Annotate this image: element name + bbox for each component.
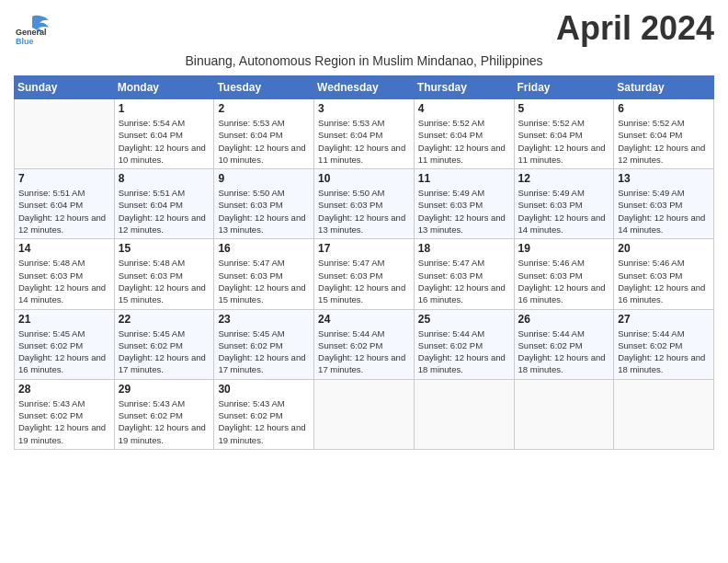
table-row: 7Sunrise: 5:51 AMSunset: 6:04 PMDaylight… [15,169,115,239]
day-number: 24 [318,313,410,326]
table-row: 5Sunrise: 5:52 AMSunset: 6:04 PMDaylight… [514,99,614,169]
calendar-week-row: 28Sunrise: 5:43 AMSunset: 6:02 PMDayligh… [15,379,714,449]
day-info: Sunrise: 5:44 AMSunset: 6:02 PMDaylight:… [618,327,710,376]
day-info: Sunrise: 5:44 AMSunset: 6:02 PMDaylight:… [418,327,510,376]
svg-text:General: General [16,28,47,37]
day-info: Sunrise: 5:53 AMSunset: 6:04 PMDaylight:… [218,117,310,166]
day-number: 3 [318,102,410,115]
day-info: Sunrise: 5:50 AMSunset: 6:03 PMDaylight:… [318,187,410,236]
day-info: Sunrise: 5:47 AMSunset: 6:03 PMDaylight:… [318,257,410,305]
subtitle: Binuang, Autonomous Region in Muslim Min… [14,53,714,68]
day-number: 6 [618,102,710,115]
day-info: Sunrise: 5:43 AMSunset: 6:02 PMDaylight:… [18,397,110,446]
day-info: Sunrise: 5:46 AMSunset: 6:03 PMDaylight:… [518,257,610,305]
col-sunday: Sunday [15,76,115,99]
day-info: Sunrise: 5:44 AMSunset: 6:02 PMDaylight:… [318,327,410,376]
day-number: 21 [18,313,110,326]
table-row: 1Sunrise: 5:54 AMSunset: 6:04 PMDaylight… [114,99,214,169]
day-number: 17 [318,242,410,255]
table-row: 4Sunrise: 5:52 AMSunset: 6:04 PMDaylight… [414,99,514,169]
day-info: Sunrise: 5:43 AMSunset: 6:02 PMDaylight:… [218,397,310,446]
table-row: 3Sunrise: 5:53 AMSunset: 6:04 PMDaylight… [314,99,415,169]
day-info: Sunrise: 5:52 AMSunset: 6:04 PMDaylight:… [418,117,510,166]
table-row [614,379,714,449]
day-info: Sunrise: 5:51 AMSunset: 6:04 PMDaylight:… [18,187,110,236]
col-tuesday: Tuesday [214,76,314,99]
table-row: 8Sunrise: 5:51 AMSunset: 6:04 PMDaylight… [114,169,214,239]
calendar-week-row: 7Sunrise: 5:51 AMSunset: 6:04 PMDaylight… [15,169,714,239]
day-number: 26 [518,313,610,326]
day-info: Sunrise: 5:49 AMSunset: 6:03 PMDaylight:… [518,187,610,236]
day-number: 18 [418,242,510,255]
day-number: 23 [218,313,310,326]
day-info: Sunrise: 5:45 AMSunset: 6:02 PMDaylight:… [18,327,110,376]
table-row: 13Sunrise: 5:49 AMSunset: 6:03 PMDayligh… [614,169,714,239]
table-row [15,99,115,169]
day-number: 19 [518,242,610,255]
table-row: 11Sunrise: 5:49 AMSunset: 6:03 PMDayligh… [414,169,514,239]
day-info: Sunrise: 5:45 AMSunset: 6:02 PMDaylight:… [218,327,310,376]
day-info: Sunrise: 5:44 AMSunset: 6:02 PMDaylight:… [518,327,610,376]
table-row: 16Sunrise: 5:47 AMSunset: 6:03 PMDayligh… [214,239,314,309]
table-row: 14Sunrise: 5:48 AMSunset: 6:03 PMDayligh… [15,239,115,309]
day-info: Sunrise: 5:48 AMSunset: 6:03 PMDaylight:… [18,257,110,305]
table-row: 12Sunrise: 5:49 AMSunset: 6:03 PMDayligh… [514,169,614,239]
table-row: 26Sunrise: 5:44 AMSunset: 6:02 PMDayligh… [514,309,614,379]
table-row: 6Sunrise: 5:52 AMSunset: 6:04 PMDaylight… [614,99,714,169]
col-saturday: Saturday [614,76,714,99]
table-row: 20Sunrise: 5:46 AMSunset: 6:03 PMDayligh… [614,239,714,309]
table-row: 30Sunrise: 5:43 AMSunset: 6:02 PMDayligh… [214,379,314,449]
calendar-header-row: Sunday Monday Tuesday Wednesday Thursday… [15,76,714,99]
calendar-week-row: 21Sunrise: 5:45 AMSunset: 6:02 PMDayligh… [15,309,714,379]
month-title: April 2024 [556,9,714,48]
logo-icon: General Blue [14,9,51,50]
day-info: Sunrise: 5:45 AMSunset: 6:02 PMDaylight:… [119,327,210,376]
day-info: Sunrise: 5:50 AMSunset: 6:03 PMDaylight:… [218,187,310,236]
col-wednesday: Wednesday [314,76,415,99]
day-number: 7 [18,172,110,185]
table-row: 9Sunrise: 5:50 AMSunset: 6:03 PMDaylight… [214,169,314,239]
day-info: Sunrise: 5:53 AMSunset: 6:04 PMDaylight:… [318,117,410,166]
svg-text:Blue: Blue [16,37,34,46]
day-info: Sunrise: 5:52 AMSunset: 6:04 PMDaylight:… [618,117,710,166]
day-info: Sunrise: 5:43 AMSunset: 6:02 PMDaylight:… [119,397,210,446]
day-number: 15 [119,242,210,255]
day-number: 25 [418,313,510,326]
day-number: 30 [218,383,310,396]
day-info: Sunrise: 5:47 AMSunset: 6:03 PMDaylight:… [418,257,510,305]
day-number: 1 [119,102,210,115]
table-row: 2Sunrise: 5:53 AMSunset: 6:04 PMDaylight… [214,99,314,169]
table-row: 23Sunrise: 5:45 AMSunset: 6:02 PMDayligh… [214,309,314,379]
day-info: Sunrise: 5:49 AMSunset: 6:03 PMDaylight:… [418,187,510,236]
table-row [414,379,514,449]
table-row: 27Sunrise: 5:44 AMSunset: 6:02 PMDayligh… [614,309,714,379]
day-info: Sunrise: 5:51 AMSunset: 6:04 PMDaylight:… [119,187,210,236]
table-row: 28Sunrise: 5:43 AMSunset: 6:02 PMDayligh… [15,379,115,449]
table-row: 10Sunrise: 5:50 AMSunset: 6:03 PMDayligh… [314,169,415,239]
table-row: 21Sunrise: 5:45 AMSunset: 6:02 PMDayligh… [15,309,115,379]
day-number: 29 [119,383,210,396]
table-row: 25Sunrise: 5:44 AMSunset: 6:02 PMDayligh… [414,309,514,379]
day-number: 28 [18,383,110,396]
day-number: 11 [418,172,510,185]
day-number: 4 [418,102,510,115]
table-row [314,379,415,449]
table-row [514,379,614,449]
day-number: 13 [618,172,710,185]
day-info: Sunrise: 5:52 AMSunset: 6:04 PMDaylight:… [518,117,610,166]
col-friday: Friday [514,76,614,99]
day-info: Sunrise: 5:54 AMSunset: 6:04 PMDaylight:… [119,117,210,166]
table-row: 24Sunrise: 5:44 AMSunset: 6:02 PMDayligh… [314,309,415,379]
table-row: 18Sunrise: 5:47 AMSunset: 6:03 PMDayligh… [414,239,514,309]
day-number: 12 [518,172,610,185]
table-row: 17Sunrise: 5:47 AMSunset: 6:03 PMDayligh… [314,239,415,309]
logo: General Blue [14,9,51,50]
day-info: Sunrise: 5:47 AMSunset: 6:03 PMDaylight:… [218,257,310,305]
day-info: Sunrise: 5:49 AMSunset: 6:03 PMDaylight:… [618,187,710,236]
day-number: 27 [618,313,710,326]
calendar-week-row: 14Sunrise: 5:48 AMSunset: 6:03 PMDayligh… [15,239,714,309]
table-row: 22Sunrise: 5:45 AMSunset: 6:02 PMDayligh… [114,309,214,379]
table-row: 29Sunrise: 5:43 AMSunset: 6:02 PMDayligh… [114,379,214,449]
day-number: 20 [618,242,710,255]
col-monday: Monday [114,76,214,99]
